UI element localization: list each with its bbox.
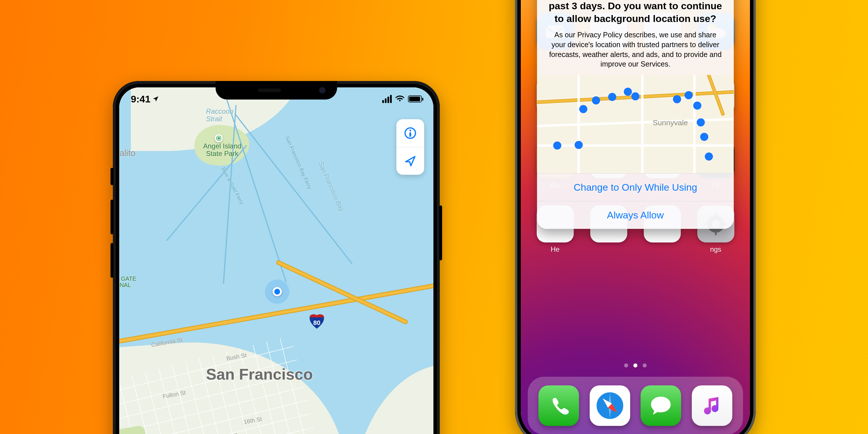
- location-point: [697, 118, 705, 126]
- dock-app-safari[interactable]: [590, 385, 630, 426]
- volume-up-button[interactable]: [111, 199, 114, 235]
- interstate-shield: 80: [309, 313, 325, 329]
- dock-app-music[interactable]: [692, 385, 732, 426]
- info-icon: [403, 126, 417, 140]
- page-dot: [643, 363, 647, 368]
- app-label: He: [551, 245, 560, 253]
- svg-point-1: [409, 130, 411, 131]
- alert-mini-map: Sunnyvale: [537, 75, 734, 173]
- location-point: [700, 133, 708, 141]
- map-locate-button[interactable]: [396, 147, 424, 175]
- status-time-text: 9:41: [131, 93, 151, 105]
- label-raccoon-strait: RaccoonStrait: [206, 107, 234, 123]
- location-point: [685, 91, 693, 99]
- app-label: ngs: [710, 245, 721, 253]
- location-point: [608, 93, 616, 101]
- wifi-icon: [395, 95, 404, 102]
- location-arrow-icon: [403, 154, 417, 168]
- dock-app-messages[interactable]: [641, 385, 681, 426]
- maps-app-screen: 9:41: [119, 87, 433, 434]
- phone-right: FaceTime Calendar Photos Camera M er Rem…: [515, 0, 756, 434]
- freeway-80: [119, 272, 433, 347]
- status-time: 9:41: [131, 93, 159, 105]
- notch: [216, 81, 337, 99]
- location-point: [673, 95, 681, 103]
- location-point: [553, 142, 561, 150]
- land-eastbay: [352, 364, 433, 434]
- page-dots[interactable]: [521, 363, 750, 368]
- dock-app-phone[interactable]: [538, 385, 579, 426]
- location-point: [579, 105, 587, 113]
- phone-left: 9:41: [113, 81, 440, 434]
- page-dot-current: [633, 363, 638, 368]
- page-dot: [624, 363, 628, 368]
- map-info-button[interactable]: [396, 119, 424, 147]
- home-screen: FaceTime Calendar Photos Camera M er Rem…: [521, 0, 750, 434]
- location-alert: "App" has used your location 14 times in…: [537, 0, 734, 229]
- label-blue-gold-ferry: Blue & Gold Ferry: [220, 166, 245, 206]
- label-city: San Francisco: [206, 365, 313, 383]
- label-angel-island: Angel IslandState Park: [203, 142, 241, 158]
- interstate-number: 80: [313, 319, 320, 327]
- label-sausalito: salito: [119, 148, 135, 158]
- map-canvas[interactable]: Angel IslandState Park RaccoonStrait sal…: [119, 87, 433, 434]
- side-button[interactable]: [439, 206, 442, 260]
- battery-icon: [408, 95, 422, 102]
- location-point: [693, 101, 701, 110]
- dock: [528, 377, 743, 434]
- status-icons: [382, 95, 422, 103]
- canvas: 9:41: [0, 0, 868, 434]
- location-point: [575, 141, 583, 149]
- user-location-dot[interactable]: [273, 287, 282, 296]
- svg-rect-2: [409, 132, 411, 137]
- location-point: [624, 88, 632, 96]
- home-wallpaper: FaceTime Calendar Photos Camera M er Rem…: [521, 0, 750, 434]
- park-pin-icon[interactable]: [215, 134, 223, 142]
- label-golden-gate: N GATEONAL: [119, 275, 136, 288]
- volume-down-button[interactable]: [111, 243, 114, 278]
- mini-map-label: Sunnyvale: [653, 118, 688, 127]
- alert-change-button[interactable]: Change to Only While Using: [537, 173, 734, 201]
- location-point: [592, 96, 600, 104]
- label-sf-bay: San Francisco Bay: [317, 161, 345, 212]
- cellular-icon: [382, 95, 392, 103]
- mute-switch[interactable]: [111, 168, 114, 185]
- location-point: [705, 153, 713, 161]
- svg-rect-25: [715, 231, 717, 235]
- map-toolbox: [396, 119, 424, 175]
- location-point: [631, 92, 640, 100]
- location-arrow-icon: [152, 95, 159, 102]
- alert-title: "App" has used your location 14 times in…: [547, 0, 724, 25]
- alert-description: As our Privacy Policy describes, we use …: [547, 30, 724, 69]
- alert-always-button[interactable]: Always Allow: [537, 201, 734, 229]
- street-grid: [119, 335, 361, 434]
